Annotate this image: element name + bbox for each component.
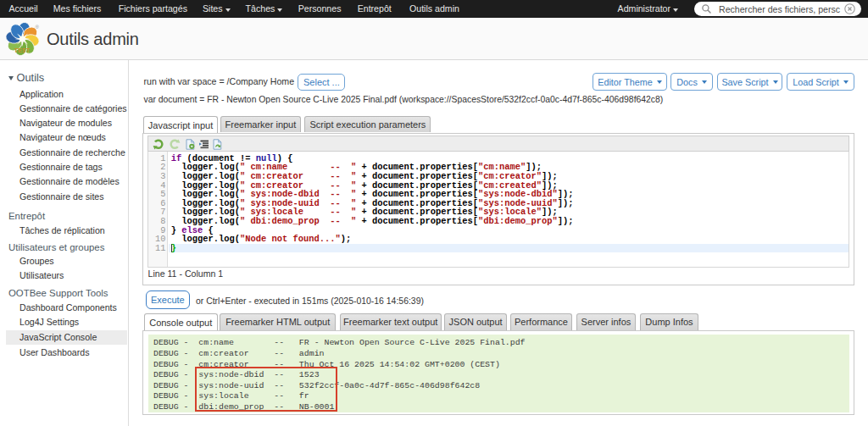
svg-text:®: ® (36, 25, 40, 30)
svg-text:TEST: TEST (14, 47, 30, 53)
